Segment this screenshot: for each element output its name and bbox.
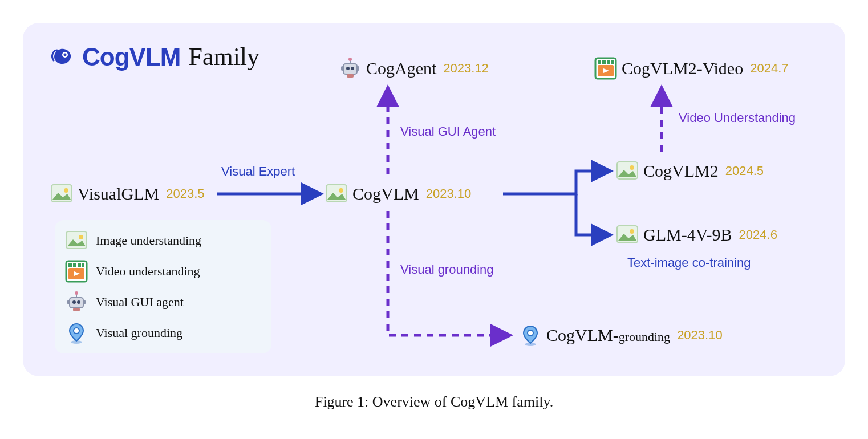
legend-box: Image understanding Video understanding … xyxy=(55,220,271,353)
node-date: 2024.5 xyxy=(725,164,764,178)
video-icon xyxy=(65,260,88,283)
edge-text-image-cotraining: Text-image co-training xyxy=(627,255,751,270)
legend-label: Visual GUI agent xyxy=(96,295,184,310)
legend-row-image: Image understanding xyxy=(65,229,261,252)
legend-row-grounding: Visual grounding xyxy=(65,322,261,344)
robot-icon xyxy=(339,57,362,80)
chameleon-logo-icon xyxy=(51,44,76,70)
node-date: 2024.6 xyxy=(739,227,777,242)
node-label: VisualGLM xyxy=(78,184,159,204)
node-label: CogVLM2-Video xyxy=(622,59,743,78)
node-date: 2023.5 xyxy=(166,186,204,201)
node-label: GLM-4V-9B xyxy=(643,225,732,245)
node-label: CogAgent xyxy=(366,59,436,78)
node-date: 2024.7 xyxy=(750,61,788,76)
edge-visual-expert: Visual Expert xyxy=(221,164,295,179)
edge-visual-grounding: Visual grounding xyxy=(400,262,494,277)
node-visualglm: VisualGLM 2023.5 xyxy=(50,182,205,205)
node-label-sub: grounding xyxy=(619,330,670,344)
video-icon xyxy=(594,57,617,80)
image-icon xyxy=(65,229,88,252)
node-label: CogVLM2 xyxy=(643,161,719,181)
title-suffix: Family xyxy=(188,42,259,71)
logo-text: CogVLM xyxy=(82,43,180,71)
legend-label: Image understanding xyxy=(96,233,201,248)
image-icon xyxy=(616,223,639,246)
node-date: 2023.12 xyxy=(443,61,489,76)
legend-row-video: Video understanding xyxy=(65,260,261,283)
title-block: CogVLM Family xyxy=(51,42,259,71)
edge-visual-gui-agent: Visual GUI Agent xyxy=(400,124,496,139)
legend-label: Visual grounding xyxy=(96,326,182,340)
image-icon xyxy=(616,160,639,182)
node-glm4v9b: GLM-4V-9B 2024.6 xyxy=(616,223,777,246)
node-cogvlm2-video: CogVLM2-Video 2024.7 xyxy=(594,57,788,80)
node-cogvlm: CogVLM 2023.10 xyxy=(325,182,471,205)
node-date: 2023.10 xyxy=(426,186,472,201)
node-label: CogVLM-grounding xyxy=(546,326,670,345)
pin-icon xyxy=(519,324,542,347)
node-date: 2023.10 xyxy=(677,328,723,343)
image-icon xyxy=(50,182,73,205)
image-icon xyxy=(325,182,348,205)
diagram-canvas: CogVLM Family VisualGLM 2023.5 CogVLM 20… xyxy=(23,23,845,376)
node-cogvlm2: CogVLM2 2024.5 xyxy=(616,160,764,182)
pin-icon xyxy=(65,322,88,344)
figure-caption: Figure 1: Overview of CogVLM family. xyxy=(0,393,868,410)
node-label: CogVLM xyxy=(352,184,419,204)
legend-row-agent: Visual GUI agent xyxy=(65,291,261,314)
legend-label: Video understanding xyxy=(96,264,200,279)
node-label-main: CogVLM- xyxy=(546,326,619,344)
robot-icon xyxy=(65,291,88,314)
node-cogagent: CogAgent 2023.12 xyxy=(339,57,489,80)
node-cogvlm-grounding: CogVLM-grounding 2023.10 xyxy=(519,324,723,347)
edge-video-understanding: Video Understanding xyxy=(679,111,796,125)
